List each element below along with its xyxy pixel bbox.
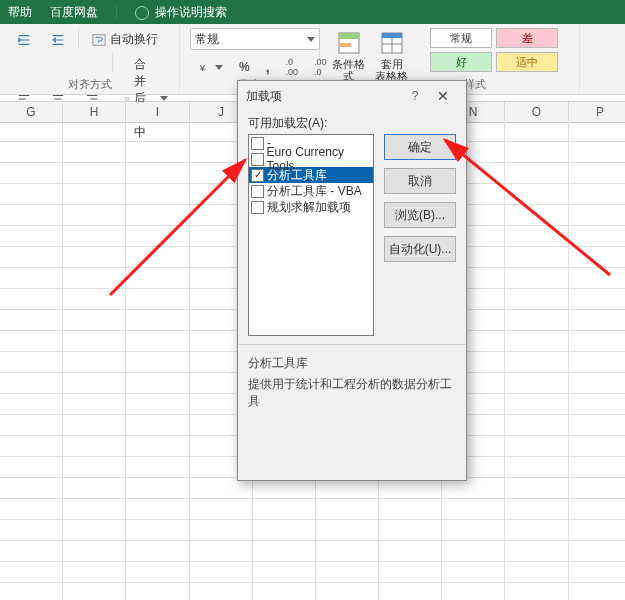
addins-listbox[interactable]: -Euro Currency Tools✓分析工具库分析工具库 - VBA规划求… (248, 134, 374, 336)
dialog-close-button[interactable]: ✕ (428, 88, 458, 104)
chevron-down-icon (307, 37, 315, 42)
add-ins-dialog: 加载项 ? ✕ 可用加载宏(A): -Euro Currency Tools✓分… (237, 80, 467, 481)
addin-item-label: 分析工具库 (267, 167, 327, 184)
comma-icon: , (266, 59, 270, 75)
wrap-text-label: 自动换行 (110, 31, 158, 48)
chevron-down-icon (160, 96, 168, 101)
svg-text:¥: ¥ (199, 62, 206, 73)
column-header-G[interactable]: G (0, 102, 63, 122)
checkbox-icon[interactable] (251, 153, 264, 166)
addin-item[interactable]: 规划求解加载项 (249, 199, 373, 215)
checkbox-icon[interactable]: ✓ (251, 169, 264, 182)
conditional-format-button[interactable]: 条件格式 (330, 28, 367, 87)
cell-style-neutral[interactable]: 适中 (496, 52, 558, 72)
addin-description-title: 分析工具库 (248, 355, 456, 372)
number-format-value: 常规 (195, 31, 219, 48)
dialog-title: 加载项 (246, 88, 282, 105)
dialog-help-button[interactable]: ? (402, 89, 428, 103)
indent-decrease-icon (17, 33, 31, 47)
automation-button[interactable]: 自动化(U)... (384, 236, 456, 262)
increase-decimal-icon: .0.00 (286, 57, 299, 77)
grid-row[interactable] (0, 499, 625, 520)
dialog-separator (238, 344, 466, 345)
currency-icon: ¥ (197, 60, 211, 74)
column-header-I[interactable]: I (126, 102, 190, 122)
percent-icon: % (239, 60, 250, 74)
column-header-O[interactable]: O (505, 102, 569, 122)
wrap-text-button[interactable]: 自动换行 (85, 28, 165, 51)
cell-style-bad[interactable]: 差 (496, 28, 558, 48)
cell-style-normal[interactable]: 常规 (430, 28, 492, 48)
browse-button[interactable]: 浏览(B)... (384, 202, 456, 228)
addin-item-label: 规划求解加载项 (267, 199, 351, 216)
indent-decrease-button[interactable] (10, 28, 38, 51)
checkbox-icon[interactable] (251, 201, 264, 214)
tell-me-search[interactable]: 操作说明搜索 (135, 4, 227, 21)
table-format-icon (379, 30, 405, 56)
conditional-format-icon (336, 30, 362, 56)
dialog-titlebar[interactable]: 加载项 ? ✕ (238, 81, 466, 111)
ribbon-group-alignment: 自动换行 合并后居中 对齐方式 (0, 24, 180, 94)
addin-description-body: 提供用于统计和工程分析的数据分析工具 (248, 376, 456, 410)
conditional-format-label: 条件格式 (330, 58, 367, 82)
available-addins-label: 可用加载宏(A): (248, 115, 456, 132)
cancel-button[interactable]: 取消 (384, 168, 456, 194)
grid-row[interactable] (0, 478, 625, 499)
lightbulb-icon (135, 6, 149, 20)
column-header-H[interactable]: H (63, 102, 126, 122)
column-header-P[interactable]: P (569, 102, 625, 122)
menu-separator (116, 5, 117, 19)
grid-row[interactable] (0, 583, 625, 600)
grid-row[interactable] (0, 541, 625, 562)
chevron-down-icon (215, 65, 223, 70)
svg-rect-0 (93, 34, 105, 45)
svg-rect-4 (339, 33, 359, 39)
menu-help[interactable]: 帮助 (8, 4, 32, 21)
tell-me-label: 操作说明搜索 (155, 4, 227, 21)
addin-item[interactable]: Euro Currency Tools (249, 151, 373, 167)
grid-row[interactable] (0, 520, 625, 541)
indent-increase-icon (51, 33, 65, 47)
top-menu-bar: 帮助 百度网盘 操作说明搜索 (0, 0, 625, 24)
addin-item[interactable]: 分析工具库 - VBA (249, 183, 373, 199)
cell-style-good[interactable]: 好 (430, 52, 492, 72)
divider (78, 28, 79, 48)
group-label-alignment: 对齐方式 (0, 77, 179, 92)
checkbox-icon[interactable] (251, 185, 264, 198)
indent-increase-button[interactable] (44, 28, 72, 51)
ok-button[interactable]: 确定 (384, 134, 456, 160)
menu-baidu-pan[interactable]: 百度网盘 (50, 4, 98, 21)
grid-row[interactable] (0, 562, 625, 583)
checkbox-icon[interactable] (251, 137, 264, 150)
svg-rect-7 (382, 33, 402, 38)
addin-description: 分析工具库 提供用于统计和工程分析的数据分析工具 (248, 355, 456, 410)
svg-rect-5 (339, 43, 351, 47)
wrap-text-icon (92, 33, 106, 47)
addin-item-label: 分析工具库 - VBA (267, 183, 362, 200)
number-format-select[interactable]: 常规 (190, 28, 320, 50)
